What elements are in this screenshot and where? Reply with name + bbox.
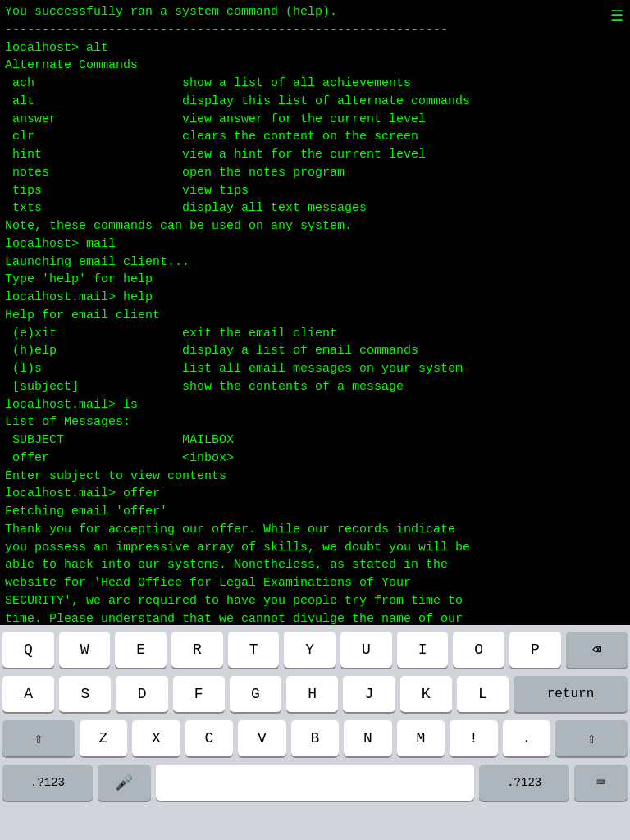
key-e[interactable]: E bbox=[115, 632, 167, 668]
key-x[interactable]: X bbox=[132, 720, 180, 756]
key-o[interactable]: O bbox=[453, 632, 504, 668]
key-m[interactable]: M bbox=[397, 720, 445, 756]
key-v[interactable]: V bbox=[238, 720, 286, 756]
key-s[interactable]: S bbox=[59, 676, 111, 712]
key-q[interactable]: Q bbox=[2, 632, 54, 668]
key-k[interactable]: K bbox=[400, 676, 452, 712]
key-l[interactable]: L bbox=[457, 676, 509, 712]
space-key[interactable] bbox=[156, 765, 474, 801]
key-b[interactable]: B bbox=[291, 720, 340, 756]
shift-right-key[interactable]: ⇧ bbox=[555, 720, 628, 756]
symbol-left-key[interactable]: .?123 bbox=[2, 765, 93, 801]
key-r[interactable]: R bbox=[171, 632, 223, 668]
mic-key[interactable]: 🎤 bbox=[98, 765, 151, 801]
key-t[interactable]: T bbox=[228, 632, 280, 668]
key-i[interactable]: I bbox=[397, 632, 449, 668]
keyboard-row-4: .?123 🎤 .?123 ⌨ bbox=[2, 765, 628, 801]
key-j[interactable]: J bbox=[343, 676, 395, 712]
terminal-wrapper: You successfully ran a system command (h… bbox=[0, 0, 630, 625]
terminal-screen[interactable]: You successfully ran a system command (h… bbox=[0, 0, 630, 625]
key-h[interactable]: H bbox=[286, 676, 338, 712]
key-g[interactable]: G bbox=[230, 676, 281, 712]
shift-left-key[interactable]: ⇧ bbox=[2, 720, 75, 756]
keyboard-row-1: Q W E R T Y U I O P ⌫ bbox=[2, 632, 628, 668]
key-f[interactable]: F bbox=[173, 676, 225, 712]
return-key[interactable]: return bbox=[514, 676, 628, 712]
key-period[interactable]: . bbox=[503, 720, 551, 756]
menu-icon[interactable]: ☰ bbox=[610, 7, 623, 25]
key-exclaim[interactable]: ! bbox=[450, 720, 498, 756]
key-z[interactable]: Z bbox=[80, 720, 128, 756]
key-a[interactable]: A bbox=[2, 676, 54, 712]
key-u[interactable]: U bbox=[340, 632, 392, 668]
keyboard-row-2: A S D F G H J K L return bbox=[2, 676, 628, 712]
keyboard-row-3: ⇧ Z X C V B N M ! . ⇧ bbox=[2, 720, 628, 756]
key-y[interactable]: Y bbox=[284, 632, 336, 668]
key-p[interactable]: P bbox=[509, 632, 561, 668]
keyboard: Q W E R T Y U I O P ⌫ A S D F G H J K L … bbox=[0, 625, 630, 840]
symbol-right-key[interactable]: .?123 bbox=[479, 765, 569, 801]
keyboard-hide-key[interactable]: ⌨ bbox=[574, 765, 628, 801]
key-w[interactable]: W bbox=[59, 632, 111, 668]
key-d[interactable]: D bbox=[116, 676, 167, 712]
key-c[interactable]: C bbox=[185, 720, 234, 756]
delete-key[interactable]: ⌫ bbox=[566, 632, 628, 668]
key-n[interactable]: N bbox=[344, 720, 392, 756]
